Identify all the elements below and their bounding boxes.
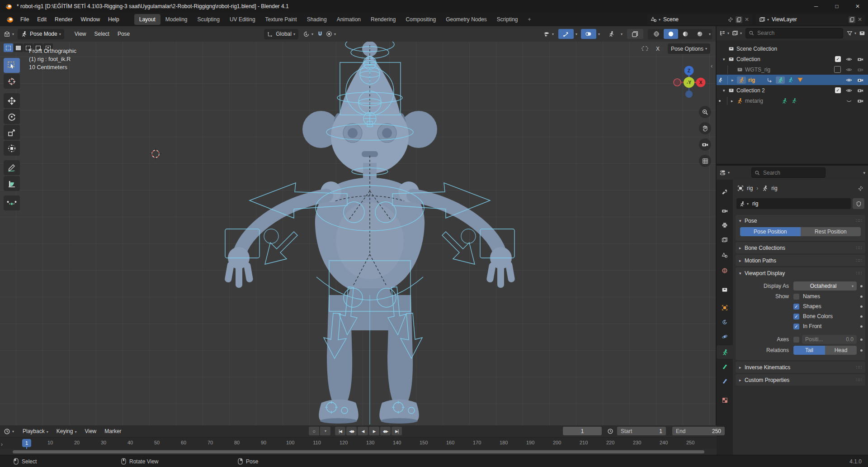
exclude-checkbox[interactable]: ✓ [835,87,841,93]
animate-dot[interactable] [860,338,863,341]
shading-wireframe-button[interactable] [649,29,664,39]
playhead-badge[interactable]: 1 [22,439,31,447]
start-frame-field[interactable]: Start 1 [617,427,666,435]
menu-timeline-view[interactable]: View [80,428,100,434]
shading-material-button[interactable] [678,29,693,39]
new-scene-icon[interactable] [736,16,742,23]
auto-key-chevron[interactable]: ▾ [320,427,330,435]
render-region-button[interactable] [627,29,643,39]
menu-render[interactable]: Render [51,16,76,23]
tab-world[interactable] [717,264,733,277]
axes-position-field[interactable]: Positi... 0.0 [802,335,857,344]
end-frame-field[interactable]: End 250 [672,427,725,435]
snap-toggle[interactable] [317,31,323,37]
outliner-row-rig-selected[interactable]: ▸ rig [717,75,868,85]
workspace-tab-modeling[interactable]: Modeling [160,14,193,25]
proportional-edit-button[interactable]: ▾ [326,31,336,37]
menu-window[interactable]: Window [76,16,104,23]
gizmo-toggle[interactable] [558,29,574,39]
render-camera-icon[interactable] [857,98,863,104]
timeline-ruler[interactable]: › 10203040506070809010011012013014015016… [0,437,717,449]
names-checkbox[interactable] [793,294,799,300]
overlays-chevron[interactable]: ▾ [598,32,600,36]
unlink-scene-icon[interactable]: ✕ [745,16,749,23]
tab-object[interactable] [717,301,733,315]
jump-to-end-button[interactable]: ▶| [392,427,402,435]
tab-object-data-active[interactable] [717,345,733,359]
overlays-toggle[interactable] [581,29,596,39]
workspace-tab-compositing[interactable]: Compositing [401,14,441,25]
tab-collection[interactable] [717,283,733,296]
xray-toggle[interactable] [604,29,619,39]
bone-colors-checkbox[interactable]: ✓ [793,314,799,319]
menu-playback[interactable]: Playback▾ [19,428,52,434]
tab-constraints[interactable] [717,315,733,329]
menu-marker[interactable]: Marker [100,428,125,434]
tool-select-box[interactable] [4,58,20,73]
outliner-row-wgts-rig[interactable]: WGTS_rig [717,64,868,75]
timeline-editor-icon[interactable] [4,428,10,435]
fake-user-button[interactable] [853,198,864,209]
motion-paths-header[interactable]: ▸ Motion Paths ∷∷ [736,255,865,266]
tab-texture[interactable] [717,393,733,407]
outliner-row-scene-collection[interactable]: Scene Collection [717,43,868,54]
scene-selector[interactable]: ▾ Scene ✕ [647,14,752,25]
hide-eye-icon[interactable] [846,56,852,62]
render-camera-icon[interactable] [857,87,863,94]
hide-eye-icon[interactable] [846,67,852,73]
viewport-display-header[interactable]: ▾ Viewport Display ∷∷ [736,267,865,279]
outliner-search[interactable] [745,28,843,38]
display-as-dropdown[interactable]: Octahedral ▾ [793,281,857,291]
animate-dot[interactable] [860,325,863,328]
animate-dot[interactable] [860,295,863,298]
panel-grip[interactable]: ∷∷ [856,245,862,250]
animate-dot[interactable] [860,349,863,352]
outliner-row-collection-2[interactable]: ▾ Collection 2 ✓ [717,85,868,95]
workspace-tab-rendering[interactable]: Rendering [366,14,401,25]
jump-to-start-button[interactable]: |◀ [335,427,345,435]
menu-select[interactable]: Select [90,31,113,37]
sidebar-collapse-arrow[interactable]: ‹ [711,62,712,69]
zoom-button[interactable] [699,106,711,118]
outliner-filter-id-icon[interactable] [732,30,738,36]
animate-dot[interactable] [860,305,863,308]
add-workspace-button[interactable]: + [523,14,536,25]
tab-render[interactable] [717,204,733,218]
pin-icon[interactable] [727,17,733,23]
xray-chevron[interactable]: ▾ [621,32,623,36]
panel-grip[interactable]: ∷∷ [856,218,862,223]
axes-checkbox[interactable] [793,337,799,343]
expander-icon[interactable]: ▸ [731,78,737,82]
mode-selector[interactable]: Pose Mode ▾ [18,29,64,39]
ortho-toggle-button[interactable] [699,155,711,167]
render-camera-icon[interactable] [857,77,863,83]
shading-solid-button[interactable] [664,29,678,39]
properties-editor-chevron[interactable]: ▾ [728,171,730,175]
workspace-tab-texture-paint[interactable]: Texture Paint [260,14,302,25]
navigation-gizmo[interactable]: Z X -Y [671,64,707,100]
animate-dot[interactable] [860,285,863,287]
pose-options-dropdown[interactable]: Pose Options ▾ [668,43,710,54]
menu-view[interactable]: View [71,31,90,37]
tool-cursor[interactable] [4,74,20,89]
auto-key-button[interactable]: ○ [309,427,319,435]
tool-annotate[interactable] [4,160,20,175]
prev-keyframe-button[interactable]: ◀◆ [346,427,357,435]
workspace-tab-animation[interactable]: Animation [332,14,366,25]
workspace-tab-shading[interactable]: Shading [302,14,332,25]
mirror-x-button[interactable]: X [651,44,664,54]
relations-tail-button[interactable]: Tail [793,346,825,355]
minimize-button[interactable]: ─ [806,0,826,13]
show-object-types-button[interactable]: ▾ [543,31,554,38]
close-button[interactable]: ✕ [847,0,868,13]
animate-dot[interactable] [860,315,863,318]
panel-grip[interactable]: ∷∷ [856,365,862,370]
bone-collections-header[interactable]: ▸ Bone Collections ∷∷ [736,242,865,253]
hidden-eye-closed-icon[interactable] [846,98,852,104]
properties-editor-icon[interactable] [719,169,726,176]
tool-scale[interactable] [4,125,20,140]
shading-chevron[interactable]: ▾ [709,32,711,36]
menu-edit[interactable]: Edit [33,16,51,23]
shapes-checkbox[interactable]: ✓ [793,304,799,310]
breadcrumb-data-name[interactable]: rig [771,185,777,191]
